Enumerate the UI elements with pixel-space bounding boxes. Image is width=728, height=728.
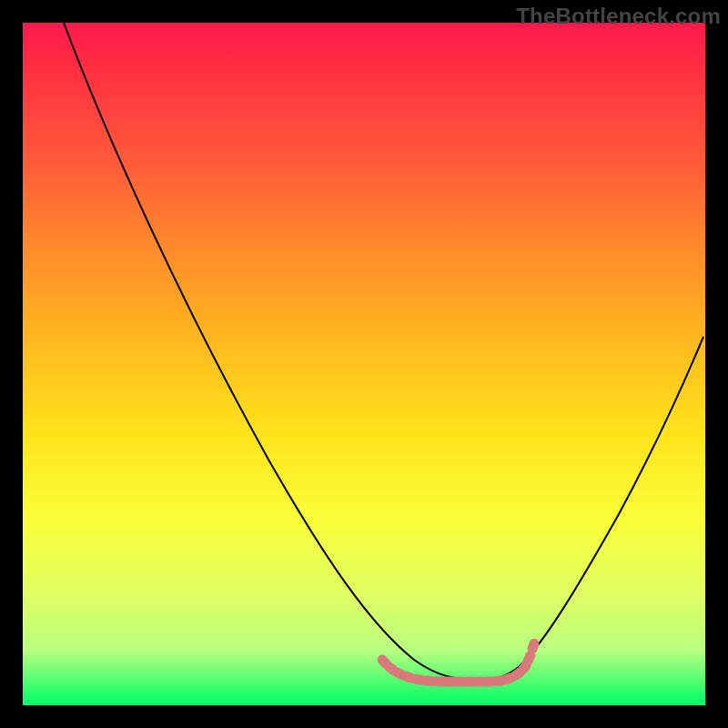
bottleneck-curve-path (64, 23, 703, 680)
optimal-band-path (382, 643, 534, 682)
watermark-text: TheBottleneck.com (516, 4, 721, 29)
chart-svg (23, 23, 705, 705)
